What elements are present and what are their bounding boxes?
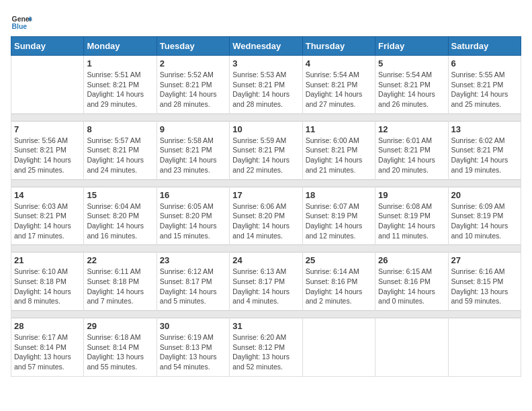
day-info: Sunrise: 6:03 AMSunset: 8:21 PMDaylight:… xyxy=(14,201,81,241)
weekday-header-thursday: Thursday xyxy=(302,37,375,56)
calendar-cell: 3Sunrise: 5:53 AMSunset: 8:21 PMDaylight… xyxy=(230,56,302,114)
calendar-cell: 12Sunrise: 6:01 AMSunset: 8:21 PMDayligh… xyxy=(375,121,448,179)
day-number: 16 xyxy=(160,190,226,200)
day-number: 25 xyxy=(306,255,372,265)
calendar-week-row: 21Sunrise: 6:10 AMSunset: 8:18 PMDayligh… xyxy=(11,253,521,311)
day-number: 23 xyxy=(160,255,226,265)
calendar-cell: 13Sunrise: 6:02 AMSunset: 8:21 PMDayligh… xyxy=(448,121,521,179)
weekday-header-monday: Monday xyxy=(84,37,157,56)
day-number: 26 xyxy=(378,255,445,265)
day-info: Sunrise: 5:57 AMSunset: 8:21 PMDaylight:… xyxy=(87,136,153,175)
day-number: 21 xyxy=(14,255,81,265)
day-info: Sunrise: 6:01 AMSunset: 8:21 PMDaylight:… xyxy=(378,136,445,175)
calendar-cell: 18Sunrise: 6:07 AMSunset: 8:19 PMDayligh… xyxy=(302,187,375,245)
row-separator xyxy=(11,311,521,318)
day-info: Sunrise: 6:05 AMSunset: 8:20 PMDaylight:… xyxy=(160,201,226,241)
day-info: Sunrise: 6:14 AMSunset: 8:16 PMDaylight:… xyxy=(306,267,372,306)
calendar-cell: 5Sunrise: 5:54 AMSunset: 8:21 PMDaylight… xyxy=(375,56,448,114)
day-info: Sunrise: 6:20 AMSunset: 8:12 PMDaylight:… xyxy=(232,332,299,372)
day-number: 24 xyxy=(232,255,299,265)
row-separator xyxy=(11,179,521,187)
day-info: Sunrise: 6:04 AMSunset: 8:20 PMDaylight:… xyxy=(87,201,153,241)
day-number: 8 xyxy=(87,124,153,134)
weekday-header-sunday: Sunday xyxy=(11,37,84,56)
day-info: Sunrise: 6:02 AMSunset: 8:21 PMDaylight:… xyxy=(451,136,518,175)
day-info: Sunrise: 6:16 AMSunset: 8:15 PMDaylight:… xyxy=(451,267,518,306)
day-number: 5 xyxy=(378,58,445,68)
calendar-cell: 14Sunrise: 6:03 AMSunset: 8:21 PMDayligh… xyxy=(11,187,84,245)
day-info: Sunrise: 5:51 AMSunset: 8:21 PMDaylight:… xyxy=(87,70,153,109)
day-number: 14 xyxy=(14,190,81,200)
day-info: Sunrise: 6:19 AMSunset: 8:13 PMDaylight:… xyxy=(160,332,226,372)
calendar-cell: 24Sunrise: 6:13 AMSunset: 8:17 PMDayligh… xyxy=(230,253,302,311)
calendar-cell: 26Sunrise: 6:15 AMSunset: 8:16 PMDayligh… xyxy=(375,253,448,311)
page-header: General Blue xyxy=(11,11,521,32)
calendar-cell: 6Sunrise: 5:55 AMSunset: 8:21 PMDaylight… xyxy=(448,56,521,114)
day-info: Sunrise: 6:15 AMSunset: 8:16 PMDaylight:… xyxy=(378,267,445,306)
calendar-cell: 30Sunrise: 6:19 AMSunset: 8:13 PMDayligh… xyxy=(157,318,229,377)
day-number: 30 xyxy=(160,321,226,331)
calendar-cell: 25Sunrise: 6:14 AMSunset: 8:16 PMDayligh… xyxy=(302,253,375,311)
day-number: 22 xyxy=(87,255,153,265)
calendar-cell: 10Sunrise: 5:59 AMSunset: 8:21 PMDayligh… xyxy=(230,121,302,179)
day-number: 7 xyxy=(14,124,81,134)
row-separator xyxy=(11,245,521,253)
calendar-cell: 9Sunrise: 5:58 AMSunset: 8:21 PMDaylight… xyxy=(157,121,229,179)
day-number: 19 xyxy=(378,190,445,200)
calendar-week-row: 7Sunrise: 5:56 AMSunset: 8:21 PMDaylight… xyxy=(11,121,521,179)
calendar-cell: 8Sunrise: 5:57 AMSunset: 8:21 PMDaylight… xyxy=(84,121,157,179)
day-info: Sunrise: 5:53 AMSunset: 8:21 PMDaylight:… xyxy=(232,70,299,109)
calendar-cell: 4Sunrise: 5:54 AMSunset: 8:21 PMDaylight… xyxy=(302,56,375,114)
day-number: 31 xyxy=(232,321,299,331)
day-info: Sunrise: 5:55 AMSunset: 8:21 PMDaylight:… xyxy=(451,70,518,109)
calendar-cell: 20Sunrise: 6:09 AMSunset: 8:19 PMDayligh… xyxy=(448,187,521,245)
day-info: Sunrise: 6:17 AMSunset: 8:14 PMDaylight:… xyxy=(14,332,81,372)
day-info: Sunrise: 5:59 AMSunset: 8:21 PMDaylight:… xyxy=(232,136,299,175)
day-info: Sunrise: 5:56 AMSunset: 8:21 PMDaylight:… xyxy=(14,136,81,175)
calendar-cell: 17Sunrise: 6:06 AMSunset: 8:20 PMDayligh… xyxy=(230,187,302,245)
day-number: 18 xyxy=(306,190,372,200)
logo: General Blue xyxy=(11,11,35,32)
day-info: Sunrise: 5:58 AMSunset: 8:21 PMDaylight:… xyxy=(160,136,226,175)
day-info: Sunrise: 6:13 AMSunset: 8:17 PMDaylight:… xyxy=(232,267,299,306)
weekday-header-saturday: Saturday xyxy=(448,37,521,56)
day-info: Sunrise: 6:11 AMSunset: 8:18 PMDaylight:… xyxy=(87,267,153,306)
day-info: Sunrise: 6:18 AMSunset: 8:14 PMDaylight:… xyxy=(87,332,153,372)
calendar-cell: 16Sunrise: 6:05 AMSunset: 8:20 PMDayligh… xyxy=(157,187,229,245)
day-info: Sunrise: 5:54 AMSunset: 8:21 PMDaylight:… xyxy=(306,70,372,109)
weekday-header-tuesday: Tuesday xyxy=(157,37,229,56)
day-info: Sunrise: 6:06 AMSunset: 8:20 PMDaylight:… xyxy=(232,201,299,241)
calendar-cell: 31Sunrise: 6:20 AMSunset: 8:12 PMDayligh… xyxy=(230,318,302,377)
svg-text:Blue: Blue xyxy=(12,23,28,30)
calendar-cell: 11Sunrise: 6:00 AMSunset: 8:21 PMDayligh… xyxy=(302,121,375,179)
day-number: 28 xyxy=(14,321,81,331)
calendar-cell: 29Sunrise: 6:18 AMSunset: 8:14 PMDayligh… xyxy=(84,318,157,377)
weekday-header-wednesday: Wednesday xyxy=(230,37,302,56)
day-info: Sunrise: 6:00 AMSunset: 8:21 PMDaylight:… xyxy=(306,136,372,175)
day-number: 9 xyxy=(160,124,226,134)
calendar-cell: 2Sunrise: 5:52 AMSunset: 8:21 PMDaylight… xyxy=(157,56,229,114)
day-number: 27 xyxy=(451,255,518,265)
day-number: 6 xyxy=(451,58,518,68)
day-number: 20 xyxy=(451,190,518,200)
day-number: 4 xyxy=(306,58,372,68)
calendar-week-row: 14Sunrise: 6:03 AMSunset: 8:21 PMDayligh… xyxy=(11,187,521,245)
calendar-cell xyxy=(11,56,84,114)
day-number: 12 xyxy=(378,124,445,134)
day-number: 2 xyxy=(160,58,226,68)
calendar-header-row: SundayMondayTuesdayWednesdayThursdayFrid… xyxy=(11,37,521,56)
day-info: Sunrise: 5:52 AMSunset: 8:21 PMDaylight:… xyxy=(160,70,226,109)
calendar-cell: 28Sunrise: 6:17 AMSunset: 8:14 PMDayligh… xyxy=(11,318,84,377)
day-info: Sunrise: 6:07 AMSunset: 8:19 PMDaylight:… xyxy=(306,201,372,241)
calendar-cell: 23Sunrise: 6:12 AMSunset: 8:17 PMDayligh… xyxy=(157,253,229,311)
calendar-cell: 27Sunrise: 6:16 AMSunset: 8:15 PMDayligh… xyxy=(448,253,521,311)
calendar-cell: 21Sunrise: 6:10 AMSunset: 8:18 PMDayligh… xyxy=(11,253,84,311)
calendar-cell: 19Sunrise: 6:08 AMSunset: 8:19 PMDayligh… xyxy=(375,187,448,245)
day-info: Sunrise: 6:10 AMSunset: 8:18 PMDaylight:… xyxy=(14,267,81,306)
calendar-cell: 7Sunrise: 5:56 AMSunset: 8:21 PMDaylight… xyxy=(11,121,84,179)
day-number: 17 xyxy=(232,190,299,200)
calendar-table: SundayMondayTuesdayWednesdayThursdayFrid… xyxy=(11,36,521,377)
calendar-cell xyxy=(448,318,521,377)
calendar-cell: 1Sunrise: 5:51 AMSunset: 8:21 PMDaylight… xyxy=(84,56,157,114)
day-info: Sunrise: 6:08 AMSunset: 8:19 PMDaylight:… xyxy=(378,201,445,241)
